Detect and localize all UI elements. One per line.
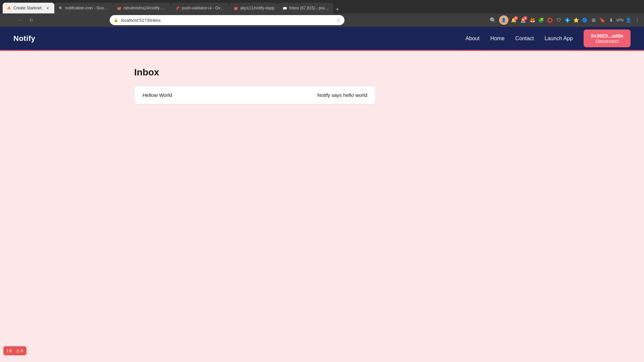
app-logo: Notify bbox=[13, 34, 35, 43]
inbox-item-title-0: Hellow World bbox=[143, 92, 172, 98]
ext-star[interactable]: ⭐ bbox=[572, 16, 580, 24]
tab-favicon-rahul: 🐙 bbox=[117, 6, 121, 10]
inbox-item-0[interactable]: Hellow World Notify says hello world bbox=[134, 86, 376, 104]
ext-profile[interactable]: 👤 bbox=[625, 16, 633, 24]
tab-favicon-create-starknet: 🔥 bbox=[7, 6, 11, 10]
disconnect-label: Disconnect bbox=[590, 39, 624, 44]
tab-gmail[interactable]: ✉️ Inbox (67,815) - pradhanashish9... bbox=[278, 3, 333, 13]
page-title: Inbox bbox=[134, 67, 510, 78]
error-icon: ! bbox=[7, 348, 8, 353]
tab-label-rahul: rahulmishra24/notify-cairo-backe... bbox=[123, 6, 167, 10]
nav-links: About Home Contact Launch App 0x3023...a… bbox=[466, 29, 631, 47]
tab-close-create-starknet[interactable]: ✕ bbox=[45, 5, 50, 11]
extension-badge-2[interactable]: 🚨 9 bbox=[519, 16, 527, 24]
main-nav: Notify About Home Contact Launch App 0x3… bbox=[0, 27, 644, 51]
ext-circle[interactable]: ⭕ bbox=[546, 16, 554, 24]
status-bar[interactable]: ! 8 ⚠ 0 bbox=[3, 346, 26, 355]
ext-fox[interactable]: 🦊 bbox=[529, 16, 537, 24]
warning-count: 0 bbox=[21, 348, 23, 353]
ext-menu[interactable]: ⋮ bbox=[633, 16, 641, 24]
tab-create-starknet[interactable]: 🔥 Create Starknet ✕ bbox=[3, 3, 54, 13]
ext-blue-circle[interactable]: 🔵 bbox=[581, 16, 589, 24]
tab-label-create-starknet: Create Starknet bbox=[13, 6, 42, 10]
forward-button[interactable]: → bbox=[15, 15, 24, 25]
wallet-disconnect-button[interactable]: 0x3023...ad8e Disconnect bbox=[584, 29, 631, 47]
new-tab-button[interactable]: + bbox=[333, 5, 341, 13]
tab-rahul-repo[interactable]: 🐙 rahulmishra24/notify-cairo-backe... bbox=[113, 3, 171, 13]
address-bar[interactable]: 🔒 localhost:5173/inbox ☆ bbox=[110, 15, 344, 25]
nav-link-home[interactable]: Home bbox=[490, 36, 505, 42]
warning-icon: ⚠ bbox=[16, 348, 20, 353]
warning-status: ⚠ 0 bbox=[16, 348, 23, 353]
tab-favicon-gmail: ✉️ bbox=[282, 6, 287, 10]
reload-button[interactable]: ↻ bbox=[27, 15, 36, 25]
browser-tab-bar: 🔥 Create Starknet ✕ 🔍 notification icon … bbox=[0, 0, 644, 13]
search-icon[interactable]: 🔍 bbox=[488, 15, 498, 25]
ext-shield[interactable]: 🛡 bbox=[555, 16, 563, 24]
error-count: 8 bbox=[9, 348, 11, 353]
tab-akp-dapp[interactable]: 🐙 akp111/notify-dapp bbox=[229, 3, 278, 13]
ext-bookmark[interactable]: 🔖 bbox=[598, 16, 606, 24]
tab-favicon-akp: 🐙 bbox=[233, 6, 238, 10]
back-button[interactable]: ← bbox=[3, 15, 12, 25]
ext-diamond[interactable]: 💠 bbox=[564, 16, 572, 24]
tab-push-validator[interactable]: 📌 push-validator-ui - Overview - Ve... bbox=[171, 3, 229, 13]
tab-label-push: push-validator-ui - Overview - Ve... bbox=[182, 6, 225, 10]
nav-link-about[interactable]: About bbox=[466, 36, 480, 42]
tab-favicon-push: 📌 bbox=[175, 6, 180, 10]
tab-favicon-notification: 🔍 bbox=[58, 6, 63, 10]
tab-label-gmail: Inbox (67,815) - pradhanashish9... bbox=[289, 6, 329, 10]
tab-list: 🔥 Create Starknet ✕ 🔍 notification icon … bbox=[3, 0, 641, 13]
extension-icons: 🦊 🧩 ⭕ 🛡 💠 ⭐ 🔵 ⊞ 🔖 ⬇ VPN 👤 ⋮ bbox=[529, 16, 641, 24]
tab-label-akp: akp111/notify-dapp bbox=[240, 6, 274, 10]
profile-icon[interactable]: 👤 bbox=[499, 15, 508, 25]
error-status: ! 8 bbox=[7, 348, 12, 353]
nav-link-launch-app[interactable]: Launch App bbox=[544, 36, 573, 42]
ext-download[interactable]: ⬇ bbox=[607, 16, 615, 24]
security-lock-icon: 🔒 bbox=[114, 18, 118, 22]
inbox-item-body-0: Notify says hello world bbox=[317, 92, 367, 98]
ext-puzzle[interactable]: 🧩 bbox=[537, 16, 545, 24]
app-wrapper: Notify About Home Contact Launch App 0x3… bbox=[0, 27, 644, 362]
ext-vpn[interactable]: VPN bbox=[616, 16, 624, 24]
bookmark-icon[interactable]: ☆ bbox=[336, 18, 340, 23]
wallet-address: 0x3023...ad8e bbox=[590, 33, 624, 39]
tab-notification-search[interactable]: 🔍 notification icon - Google Search bbox=[54, 3, 113, 13]
address-bar-row: ← → ↻ 🔒 localhost:5173/inbox ☆ 🔍 👤 🔔 8 🚨… bbox=[0, 13, 644, 27]
extension-badge-1[interactable]: 🔔 8 bbox=[510, 16, 518, 24]
tab-label-notification: notification icon - Google Search bbox=[65, 6, 109, 10]
url-display: localhost:5173/inbox bbox=[121, 18, 334, 23]
ext-grid[interactable]: ⊞ bbox=[590, 16, 598, 24]
browser-toolbar: 🔍 👤 🔔 8 🚨 9 🦊 🧩 ⭕ 🛡 💠 ⭐ 🔵 ⊞ 🔖 ⬇ VPN 👤 ⋮ bbox=[488, 15, 641, 25]
nav-link-contact[interactable]: Contact bbox=[515, 36, 534, 42]
main-content: Inbox Hellow World Notify says hello wor… bbox=[121, 51, 523, 120]
